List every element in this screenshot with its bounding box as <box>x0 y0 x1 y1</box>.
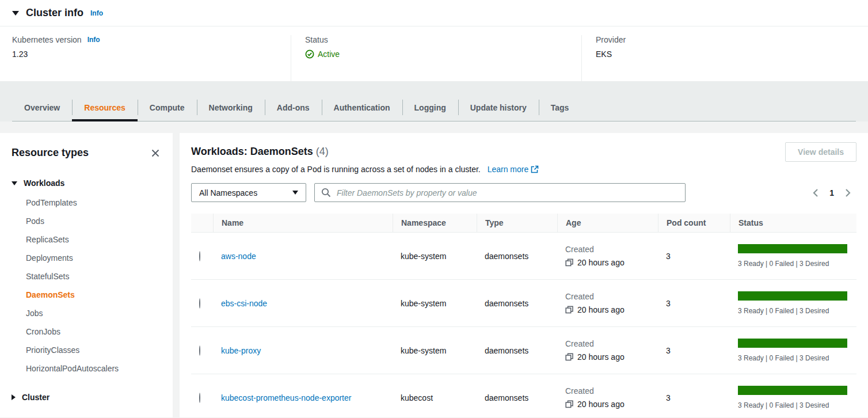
status-bar <box>738 386 847 395</box>
sidebar-item-deployments[interactable]: Deployments <box>26 249 161 267</box>
status-text: 3 Ready | 0 Failed | 3 Desired <box>738 354 847 362</box>
daemonsets-panel: Workloads: DaemonSets (4) Daemonset ensu… <box>180 133 868 417</box>
copy-icon[interactable] <box>565 353 573 361</box>
status-label: Status <box>305 35 328 44</box>
cluster-info-info-link[interactable]: Info <box>90 9 103 17</box>
learn-more-link[interactable]: Learn more <box>488 165 539 174</box>
status-bar <box>738 291 847 301</box>
triangle-right-icon <box>12 394 16 400</box>
header-pod-count: Pod count <box>658 214 730 232</box>
sidebar-item-jobs[interactable]: Jobs <box>26 304 161 322</box>
current-page[interactable]: 1 <box>829 188 834 197</box>
filter-search-box <box>314 183 686 202</box>
age-cell: Created 20 hours ago <box>557 386 658 409</box>
tree-group-cluster[interactable]: Cluster <box>12 390 161 404</box>
namespace-cell: kube-system <box>393 252 477 261</box>
search-icon <box>321 188 331 197</box>
daemonset-name-link[interactable]: kubecost-prometheus-node-exporter <box>221 393 351 402</box>
tab-band: Overview Resources Compute Networking Ad… <box>0 81 868 121</box>
tab-list: Overview Resources Compute Networking Ad… <box>12 94 856 121</box>
tab-tags[interactable]: Tags <box>539 94 581 121</box>
status-bar <box>738 339 847 348</box>
tab-networking[interactable]: Networking <box>197 94 265 121</box>
tab-logging[interactable]: Logging <box>402 94 458 121</box>
daemonset-name-link[interactable]: aws-node <box>221 252 256 261</box>
sidebar-title: Resource types <box>12 147 89 159</box>
sidebar-item-statefulsets[interactable]: StatefulSets <box>26 267 161 286</box>
daemonset-name-link[interactable]: kube-proxy <box>221 346 261 355</box>
workloads-items: PodTemplates Pods ReplicaSets Deployment… <box>12 193 161 378</box>
close-icon <box>151 149 160 158</box>
view-details-button[interactable]: View details <box>785 142 856 162</box>
type-cell: daemonsets <box>477 252 557 261</box>
daemonset-name-link[interactable]: ebs-csi-node <box>221 299 267 308</box>
header-age: Age <box>557 214 658 232</box>
tab-compute[interactable]: Compute <box>138 94 197 121</box>
row-select-radio[interactable] <box>199 345 200 356</box>
status-text: 3 Ready | 0 Failed | 3 Desired <box>738 260 847 268</box>
cluster-info-header: Cluster info Info <box>0 0 868 26</box>
sidebar-item-priorityclasses[interactable]: PriorityClasses <box>26 341 161 359</box>
namespace-select[interactable]: All Namespaces <box>191 183 306 202</box>
status-cell: 3 Ready | 0 Failed | 3 Desired <box>730 339 856 362</box>
sidebar-item-pods[interactable]: Pods <box>26 212 161 230</box>
copy-icon[interactable] <box>565 259 573 267</box>
chevron-right-icon <box>844 188 852 197</box>
table-header: Name Namespace Type Age Pod count Status <box>191 214 856 233</box>
header-namespace: Namespace <box>393 214 477 232</box>
tree-group-workloads[interactable]: Workloads <box>12 176 161 190</box>
row-select-radio[interactable] <box>199 393 200 403</box>
tab-overview[interactable]: Overview <box>12 94 72 121</box>
provider-value: EKS <box>596 50 854 59</box>
status-value: Active <box>305 50 568 59</box>
content-area: Resource types Workloads PodTemplates Po… <box>0 121 868 417</box>
copy-icon[interactable] <box>565 400 573 408</box>
kubernetes-version-value: 1.23 <box>12 50 277 59</box>
row-select-radio[interactable] <box>199 251 200 261</box>
sidebar-item-podtemplates[interactable]: PodTemplates <box>26 193 161 212</box>
tab-resources[interactable]: Resources <box>72 94 138 121</box>
pod-count-cell: 3 <box>658 299 730 308</box>
daemonsets-count: (4) <box>316 146 329 157</box>
collapse-triangle-icon[interactable] <box>12 11 19 16</box>
close-sidebar-button[interactable] <box>150 147 161 159</box>
copy-icon[interactable] <box>565 306 573 314</box>
pod-count-cell: 3 <box>658 346 730 355</box>
sidebar-item-replicasets[interactable]: ReplicaSets <box>26 230 161 249</box>
chevron-down-icon <box>292 191 298 195</box>
tree-group-service-and-networking[interactable]: Service and networking <box>12 417 161 417</box>
previous-page-button[interactable] <box>812 188 820 197</box>
sidebar-item-daemonsets[interactable]: DaemonSets <box>26 286 161 304</box>
tab-update-history[interactable]: Update history <box>458 94 539 121</box>
kubernetes-version-field: Kubernetes version Info 1.23 <box>0 35 291 81</box>
pod-count-cell: 3 <box>658 393 730 402</box>
daemonsets-table: Name Namespace Type Age Pod count Status… <box>191 214 856 417</box>
chevron-left-icon <box>812 188 820 197</box>
tab-authentication[interactable]: Authentication <box>322 94 402 121</box>
next-page-button[interactable] <box>844 188 852 197</box>
status-text: 3 Ready | 0 Failed | 3 Desired <box>738 401 847 409</box>
header-name: Name <box>213 214 393 232</box>
table-row: ebs-csi-node kube-system daemonsets Crea… <box>191 280 856 327</box>
row-select-radio[interactable] <box>199 298 200 309</box>
type-cell: daemonsets <box>477 393 557 402</box>
filter-input[interactable] <box>336 188 679 198</box>
cluster-info-grid: Kubernetes version Info 1.23 Status Acti… <box>0 26 868 81</box>
status-bar <box>738 244 847 253</box>
sidebar-item-cronjobs[interactable]: CronJobs <box>26 322 161 341</box>
namespace-select-value: All Namespaces <box>199 188 257 197</box>
resource-types-sidebar: Resource types Workloads PodTemplates Po… <box>0 133 173 417</box>
type-cell: daemonsets <box>477 299 557 308</box>
panel-title: Workloads: DaemonSets (4) <box>191 142 539 158</box>
cluster-info-panel: Cluster info Info Kubernetes version Inf… <box>0 0 868 81</box>
header-type: Type <box>477 214 557 232</box>
sidebar-item-horizontalpodautoscalers[interactable]: HorizontalPodAutoscalers <box>26 359 161 378</box>
kubernetes-version-info-link[interactable]: Info <box>87 36 100 44</box>
triangle-down-icon <box>12 181 17 185</box>
table-row: aws-node kube-system daemonsets Created … <box>191 233 856 280</box>
resource-tree: Workloads PodTemplates Pods ReplicaSets … <box>12 176 161 417</box>
type-cell: daemonsets <box>477 346 557 355</box>
tab-add-ons[interactable]: Add-ons <box>265 94 322 121</box>
provider-field: Provider EKS <box>581 35 868 81</box>
status-field: Status Active <box>291 35 581 81</box>
